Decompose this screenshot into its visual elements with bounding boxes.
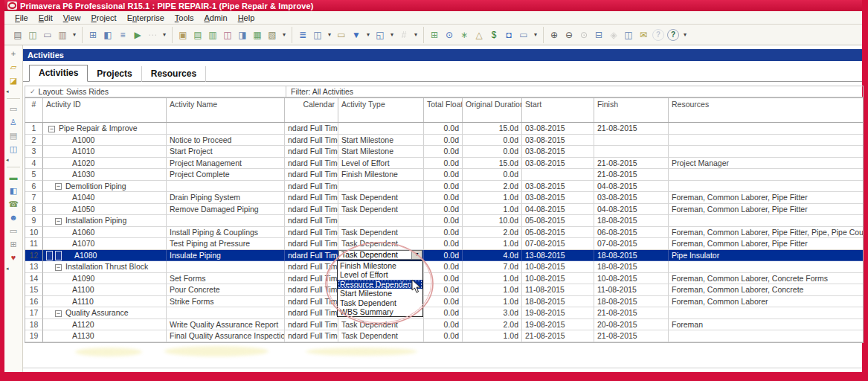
notebook-icon[interactable]: ▤: [7, 130, 19, 141]
cell-duration[interactable]: 1.0d: [463, 273, 522, 285]
cell-num[interactable]: 3: [25, 146, 43, 158]
cell-id[interactable]: −Installation Piping: [43, 215, 167, 227]
cell-resources[interactable]: [669, 330, 863, 342]
cell-type[interactable]: Level of Effort: [338, 158, 424, 170]
cell-start[interactable]: 05-08-2015: [522, 215, 594, 227]
cell-name[interactable]: Write Quality Assurance Report: [167, 319, 285, 331]
cell-finish[interactable]: [594, 146, 669, 158]
table-row[interactable]: 6−Demolition Pipingndard Full Time0.0d2.…: [25, 181, 863, 193]
dropdown-option[interactable]: Level of Effort: [338, 270, 422, 279]
cell-id[interactable]: A1070: [43, 238, 167, 250]
cell-resources[interactable]: Foreman, Common Laborer, Concrete Forms: [669, 273, 863, 285]
columns-chooser-icon[interactable]: ◫: [310, 28, 325, 42]
cell-calendar[interactable]: ndard Full Time: [285, 261, 338, 273]
cell-id[interactable]: A1110: [43, 296, 167, 308]
dropdown-option[interactable]: Finish Milestone: [338, 261, 422, 270]
global-change-icon[interactable]: ∗: [457, 28, 472, 42]
cell-num[interactable]: 18: [25, 319, 43, 331]
cell-id[interactable]: A1050: [43, 204, 167, 216]
cell-name[interactable]: [167, 261, 285, 273]
cell-num[interactable]: 11: [25, 238, 43, 250]
table-row[interactable]: 10A1060Install Piping & Couplingsndard F…: [25, 227, 863, 239]
cell-name[interactable]: [167, 307, 285, 319]
activity-details-icon[interactable]: ▭: [334, 28, 349, 42]
sidebar-collapse-icon[interactable]: ◂: [6, 89, 9, 95]
cell-name[interactable]: Pour Concrete: [167, 284, 285, 296]
cell-id[interactable]: A1130: [43, 330, 167, 342]
cell-duration[interactable]: 1.0d: [463, 204, 522, 216]
view-more-icon[interactable]: ▾: [160, 28, 169, 42]
cell-calendar[interactable]: ndard Full Time: [285, 192, 338, 204]
calculator-icon[interactable]: ⊞: [7, 239, 19, 250]
cell-id[interactable]: A1060: [43, 227, 167, 239]
cell-name[interactable]: Project Management: [167, 158, 285, 170]
notes-icon[interactable]: ✉: [636, 28, 651, 42]
cell-duration[interactable]: 1.0d: [463, 330, 522, 342]
bars-icon[interactable]: ≣: [295, 28, 310, 42]
cell-resources[interactable]: Foreman, Common Laborer: [669, 296, 863, 308]
cell-finish[interactable]: 10-08-2015: [594, 273, 669, 285]
cell-float[interactable]: 0.0d: [424, 250, 463, 262]
table-row[interactable]: 14A1090Set Formsndard Full Time0.0d1.0d1…: [25, 273, 863, 285]
cell-name[interactable]: Notice to Proceed: [167, 135, 285, 147]
wbs-icon[interactable]: ▤: [190, 28, 205, 42]
cell-calendar[interactable]: ndard Full Time: [285, 181, 338, 193]
cell-resources[interactable]: [669, 123, 863, 135]
cell-finish[interactable]: 18-08-2015: [594, 250, 669, 262]
collapse-toggle-icon[interactable]: −: [55, 310, 62, 317]
online-help-icon[interactable]: ?: [667, 29, 679, 41]
cell-start[interactable]: 19-08-2015: [522, 319, 594, 331]
zoom-out-icon[interactable]: ⊖: [562, 28, 576, 42]
cell-type[interactable]: Task Dependent: [338, 319, 424, 331]
print-settings-icon[interactable]: ▥: [55, 28, 70, 42]
table-row[interactable]: 17−Quality Assurancendard Full Time0.0d3…: [25, 307, 863, 319]
cell-duration[interactable]: 0.0d: [463, 169, 522, 181]
schedule-icon[interactable]: ⊙: [442, 28, 457, 42]
cell-id[interactable]: A1080: [43, 250, 167, 262]
cell-id[interactable]: A1090: [43, 273, 167, 285]
table-row[interactable]: 13−Installation Thrust Blockndard Full T…: [25, 261, 863, 273]
cell-type[interactable]: Task Dependent: [338, 227, 424, 239]
vertical-split-icon[interactable]: ◫: [621, 28, 636, 42]
cell-num[interactable]: 9: [25, 215, 43, 227]
cell-calendar[interactable]: ndard Full Time: [285, 319, 338, 331]
cell-start[interactable]: 07-08-2015: [522, 238, 594, 250]
cell-id[interactable]: A1040: [43, 192, 167, 204]
cell-finish[interactable]: 18-08-2015: [594, 261, 669, 273]
cell-duration[interactable]: 3.0d: [463, 307, 522, 319]
collapse-toggle-icon[interactable]: −: [55, 183, 62, 190]
cell-name[interactable]: Project Complete: [167, 169, 285, 181]
cell-finish[interactable]: 18-08-2015: [594, 215, 669, 227]
menu-enterprise[interactable]: Enterprise: [123, 13, 169, 23]
cell-resources[interactable]: Foreman, Common Laborer, Pipe Fitter: [669, 192, 863, 204]
print-more-icon[interactable]: ▾: [70, 28, 79, 42]
cell-float[interactable]: 0.0d: [424, 146, 463, 158]
usage-spreadsheet-icon[interactable]: ⊞: [427, 28, 442, 42]
cell-float[interactable]: 0.0d: [424, 192, 463, 204]
table-row[interactable]: 2A1000Notice to Proceedndard Full TimeSt…: [25, 135, 863, 147]
cell-float[interactable]: 0.0d: [424, 296, 463, 308]
cell-float[interactable]: 0.0d: [424, 227, 463, 239]
cell-duration[interactable]: 2.0d: [463, 181, 522, 193]
cell-duration[interactable]: 4.0d: [463, 250, 522, 262]
cell-duration[interactable]: 15.0d: [463, 158, 522, 170]
cell-float[interactable]: 0.0d: [424, 158, 463, 170]
cell-id[interactable]: A1120: [43, 319, 167, 331]
cell-name[interactable]: Remove Damaged Piping: [167, 204, 285, 216]
table-row[interactable]: 4A1020Project Managementndard Full TimeL…: [25, 158, 863, 170]
assignments-icon[interactable]: ☻: [7, 212, 19, 223]
cell-name[interactable]: [167, 123, 285, 135]
cell-num[interactable]: 5: [25, 169, 43, 181]
cell-name[interactable]: Set Forms: [167, 273, 285, 285]
tracking-icon[interactable]: ◨: [235, 28, 250, 42]
cell-start[interactable]: 03-08-2015: [522, 192, 594, 204]
directory-more-icon[interactable]: ▾: [280, 28, 289, 42]
cell-duration[interactable]: 1.0d: [463, 284, 522, 296]
cell-resources[interactable]: Foreman, Common Laborer, Pipe Fitter: [669, 238, 863, 250]
column-header-start[interactable]: Start: [522, 98, 594, 122]
sidebar-collapse-icon[interactable]: ◂: [6, 157, 9, 163]
cell-float[interactable]: 0.0d: [424, 261, 463, 273]
roles-directory-icon[interactable]: ☎: [7, 199, 19, 210]
tab-projects[interactable]: Projects: [88, 66, 141, 82]
cell-num[interactable]: 14: [25, 273, 43, 285]
